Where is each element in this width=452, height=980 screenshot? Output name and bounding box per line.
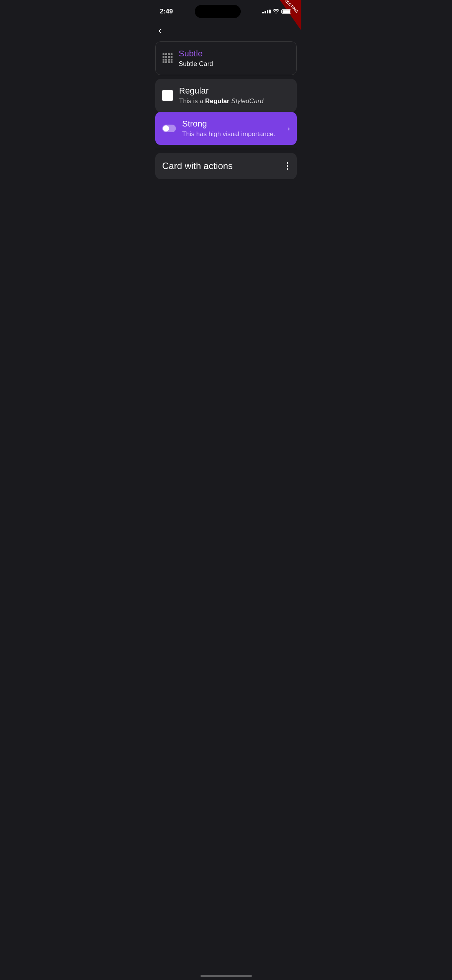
back-button[interactable]: ‹: [151, 21, 301, 41]
subtitle-bold: Regular: [205, 97, 229, 105]
subtle-card-content: Subtle Subtle Card: [179, 49, 289, 68]
toggle-icon: [162, 125, 176, 132]
subtle-card-title: Subtle: [179, 49, 289, 59]
cards-container: Subtle Subtle Card Regular This is a Reg…: [151, 41, 301, 179]
grid-icon: [163, 53, 173, 63]
more-options-button[interactable]: [285, 161, 290, 171]
divider: [155, 149, 297, 149]
status-bar: 2:49: [151, 0, 301, 21]
chevron-right-icon: ›: [288, 125, 290, 133]
dot-1: [287, 162, 288, 164]
strong-card-title: Strong: [182, 119, 281, 129]
toggle-circle: [163, 125, 169, 132]
regular-card-subtitle: This is a Regular StyledCard: [179, 97, 290, 105]
subtitle-italic: StyledCard: [231, 97, 263, 105]
status-time: 2:49: [160, 8, 173, 15]
subtle-card-subtitle: Subtle Card: [179, 60, 289, 68]
square-icon: [162, 90, 173, 101]
strong-card-subtitle: This has high visual importance.: [182, 130, 281, 138]
strong-card[interactable]: Strong This has high visual importance. …: [155, 112, 297, 145]
card-actions-title: Card with actions: [162, 161, 233, 171]
signal-icon: [262, 10, 271, 13]
dynamic-island: [195, 5, 241, 18]
subtle-card[interactable]: Subtle Subtle Card: [155, 41, 297, 75]
wifi-icon: [273, 8, 279, 15]
back-chevron-icon: ‹: [158, 25, 162, 36]
regular-card[interactable]: Regular This is a Regular StyledCard: [155, 79, 297, 112]
battery-icon: [281, 9, 292, 14]
dot-3: [287, 168, 288, 170]
dot-2: [287, 165, 288, 167]
subtitle-plain: This is a: [179, 97, 205, 105]
strong-card-content: Strong This has high visual importance.: [182, 119, 281, 138]
regular-card-content: Regular This is a Regular StyledCard: [179, 86, 290, 105]
status-icons: [262, 8, 292, 15]
regular-card-title: Regular: [179, 86, 290, 96]
card-with-actions[interactable]: Card with actions: [155, 153, 297, 179]
